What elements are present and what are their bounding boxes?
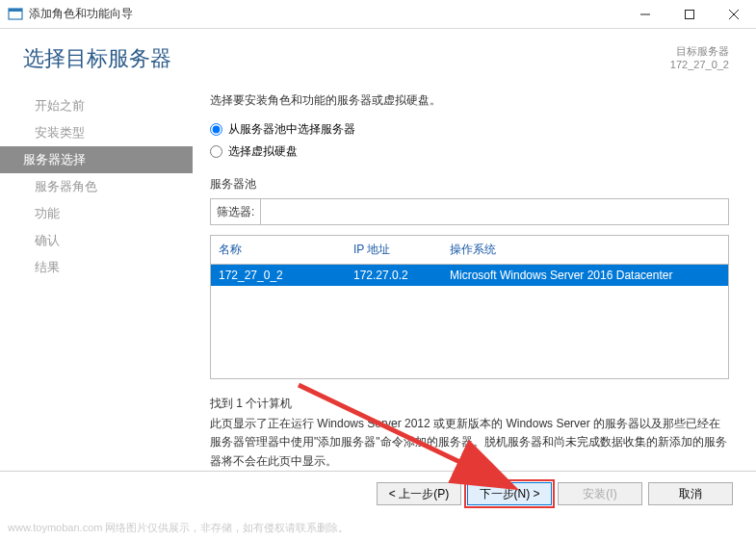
count-text: 找到 1 个计算机 xyxy=(210,395,729,413)
watermark: www.toymoban.com 网络图片仅供展示，非存储，如有侵权请联系删除。 xyxy=(8,521,349,535)
svg-rect-3 xyxy=(686,10,694,18)
col-header-ip[interactable]: IP 地址 xyxy=(353,242,450,258)
table-row[interactable]: 172_27_0_2 172.27.0.2 Microsoft Windows … xyxy=(211,265,728,286)
sidebar-item-confirm[interactable]: 确认 xyxy=(0,227,193,254)
button-bar: < 上一步(P) 下一步(N) > 安装(I) 取消 xyxy=(0,471,756,517)
sidebar-item-results[interactable]: 结果 xyxy=(0,254,193,281)
note-text: 此页显示了正在运行 Windows Server 2012 或更新版本的 Win… xyxy=(210,415,729,471)
radio-vhd-label: 选择虚拟硬盘 xyxy=(228,143,298,160)
prev-button[interactable]: < 上一步(P) xyxy=(377,482,461,505)
server-pool-label: 服务器池 xyxy=(210,176,729,192)
radio-pool-input[interactable] xyxy=(210,123,222,136)
filter-box: 筛选器: xyxy=(210,198,729,225)
cell-os: Microsoft Windows Server 2016 Datacenter xyxy=(450,269,720,282)
cell-name: 172_27_0_2 xyxy=(219,269,353,282)
filter-label: 筛选器: xyxy=(211,204,260,220)
server-table: 名称 IP 地址 操作系统 172_27_0_2 172.27.0.2 Micr… xyxy=(210,235,729,379)
titlebar: 添加角色和功能向导 xyxy=(0,0,756,29)
window-title: 添加角色和功能向导 xyxy=(29,6,133,22)
wizard-sidebar: 开始之前 安装类型 服务器选择 服务器角色 功能 确认 结果 xyxy=(0,81,193,471)
col-header-name[interactable]: 名称 xyxy=(219,242,353,258)
app-icon xyxy=(8,7,23,22)
svg-rect-1 xyxy=(9,9,22,12)
radio-select-from-pool[interactable]: 从服务器池中选择服务器 xyxy=(210,121,729,138)
footer-text: 找到 1 个计算机 此页显示了正在运行 Windows Server 2012 … xyxy=(210,395,729,471)
target-label: 目标服务器 xyxy=(670,44,729,59)
install-button: 安装(I) xyxy=(558,482,642,505)
page-heading: 选择目标服务器 xyxy=(23,44,171,73)
instruction-text: 选择要安装角色和功能的服务器或虚拟硬盘。 xyxy=(210,92,729,109)
next-button[interactable]: 下一步(N) > xyxy=(467,482,552,505)
table-header: 名称 IP 地址 操作系统 xyxy=(211,236,728,265)
minimize-button[interactable] xyxy=(623,0,667,29)
cancel-button[interactable]: 取消 xyxy=(648,482,733,505)
sidebar-item-install-type[interactable]: 安装类型 xyxy=(0,119,193,146)
maximize-button[interactable] xyxy=(667,0,712,29)
radio-vhd-input[interactable] xyxy=(210,145,222,158)
radio-pool-label: 从服务器池中选择服务器 xyxy=(228,121,355,138)
sidebar-item-server-selection[interactable]: 服务器选择 xyxy=(0,146,193,173)
cell-ip: 172.27.0.2 xyxy=(353,269,450,282)
sidebar-item-features[interactable]: 功能 xyxy=(0,200,193,227)
sidebar-item-before-begin[interactable]: 开始之前 xyxy=(0,92,193,119)
target-info: 目标服务器 172_27_0_2 xyxy=(670,44,729,70)
filter-input[interactable] xyxy=(260,199,728,224)
window-controls xyxy=(623,0,756,29)
sidebar-item-server-roles[interactable]: 服务器角色 xyxy=(0,173,193,200)
target-value: 172_27_0_2 xyxy=(670,59,729,70)
close-button[interactable] xyxy=(712,0,756,29)
col-header-os[interactable]: 操作系统 xyxy=(450,242,720,258)
radio-select-vhd[interactable]: 选择虚拟硬盘 xyxy=(210,143,729,160)
